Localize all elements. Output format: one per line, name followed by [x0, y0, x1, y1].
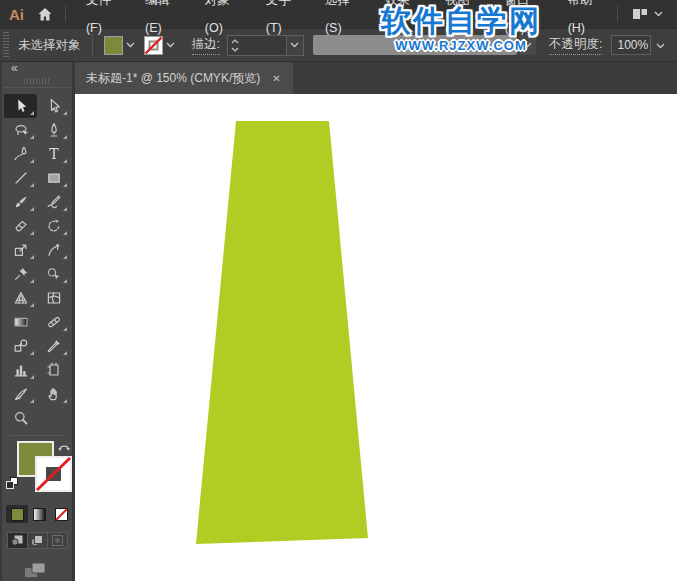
control-separator	[92, 34, 93, 56]
menu-separator	[617, 6, 618, 22]
stroke-none-swatch[interactable]	[144, 36, 163, 55]
type-tool[interactable]: T	[37, 142, 70, 166]
toolbar-collapse-button[interactable]: «	[2, 62, 72, 77]
menu-separator	[65, 6, 66, 22]
illustrator-window: Ai 文件(F) 编辑(E) 对象(O) 文字(T) 选择(S) 效果(C) 视…	[0, 0, 677, 581]
hand-tool[interactable]	[37, 382, 70, 406]
drawing-mode-buttons	[7, 532, 72, 549]
brush-dropdown-button[interactable]	[519, 35, 536, 55]
artboard-tool-icon	[46, 362, 62, 378]
artboard-tool[interactable]	[37, 358, 70, 382]
paintbrush-tool[interactable]	[4, 190, 37, 214]
slice-tool-icon	[13, 386, 29, 402]
stroke-dropdown-button[interactable]	[166, 42, 175, 48]
toolbar-grip[interactable]	[24, 78, 50, 84]
gradient-button[interactable]	[28, 505, 50, 523]
curvature-tool[interactable]	[4, 142, 37, 166]
zoom-tool-icon	[13, 410, 29, 426]
pen-tool-icon	[46, 122, 62, 138]
selection-status: 未选择对象	[18, 37, 81, 54]
fill-color-swatch[interactable]	[104, 36, 123, 55]
chevron-down-icon	[231, 47, 239, 52]
color-button[interactable]	[6, 505, 28, 523]
stroke-weight-dropdown[interactable]	[286, 36, 303, 55]
column-graph-tool[interactable]	[4, 358, 37, 382]
lasso-tool-icon	[13, 122, 29, 138]
lasso-tool[interactable]	[4, 118, 37, 142]
home-button[interactable]	[37, 7, 53, 22]
shaper-tool[interactable]	[37, 190, 70, 214]
gradient-tool-icon	[13, 314, 29, 330]
stroke-none-icon	[144, 36, 163, 55]
tab-close-icon[interactable]: ✕	[272, 73, 280, 84]
line-segment-tool[interactable]	[4, 166, 37, 190]
panel-grip[interactable]	[3, 32, 9, 58]
workspace-switcher[interactable]	[617, 6, 677, 22]
empty-tool-slot	[37, 406, 70, 430]
eraser-tool[interactable]	[4, 214, 37, 238]
chevron-down-icon	[523, 42, 532, 48]
chevron-down-icon	[654, 11, 663, 17]
brush-definition-dropdown[interactable]	[313, 35, 517, 55]
blend-tool-icon	[13, 338, 29, 354]
anchor-pin-tool-icon	[13, 266, 29, 282]
draw-behind-icon	[31, 535, 44, 546]
rectangle-tool[interactable]	[37, 166, 70, 190]
stepper-arrows[interactable]	[228, 36, 242, 55]
opacity-label[interactable]: 不透明度:	[549, 36, 602, 55]
workspace-grid-icon	[632, 7, 648, 21]
eyedropper-tool[interactable]	[37, 334, 70, 358]
curvature-tool-icon	[13, 146, 29, 162]
gradient-tool[interactable]	[4, 310, 37, 334]
puppet-warp-tool[interactable]	[37, 238, 70, 262]
chevron-down-icon	[166, 42, 175, 48]
document-tab-bar: 未标题-1* @ 150% (CMYK/预览) ✕	[75, 62, 677, 94]
perspective-grid-tool-icon	[13, 290, 29, 306]
none-button[interactable]	[50, 505, 72, 523]
line-segment-tool-icon	[13, 170, 29, 186]
free-transform-tool[interactable]	[4, 238, 37, 262]
fill-dropdown-button[interactable]	[126, 42, 135, 48]
paint-style-buttons	[6, 505, 72, 523]
direct-selection-tool[interactable]	[37, 94, 70, 118]
shape-builder-tool[interactable]	[37, 262, 70, 286]
swap-arrow-icon	[57, 441, 72, 454]
stroke-indicator[interactable]	[35, 456, 72, 492]
shaper-tool-icon	[46, 194, 62, 210]
default-fill-stroke-button[interactable]	[5, 476, 21, 496]
draw-normal-button[interactable]	[7, 532, 28, 549]
canvas-shape[interactable]	[196, 121, 368, 544]
opacity-dropdown-button[interactable]	[656, 38, 665, 52]
draw-inside-button[interactable]	[47, 532, 68, 549]
blob-brush-tool[interactable]	[37, 310, 70, 334]
mesh-tool[interactable]	[37, 286, 70, 310]
stroke-weight-input[interactable]	[242, 36, 286, 55]
blend-tool[interactable]	[4, 334, 37, 358]
shape-builder-tool-icon	[46, 266, 62, 282]
screen-mode-icon	[24, 562, 47, 579]
perspective-grid-tool[interactable]	[4, 286, 37, 310]
color-swatch	[11, 508, 24, 521]
app-logo[interactable]: Ai	[9, 6, 24, 23]
draw-behind-button[interactable]	[27, 532, 48, 549]
rotate-tool[interactable]	[37, 214, 70, 238]
home-icon	[37, 7, 53, 22]
anchor-pin-tool[interactable]	[4, 262, 37, 286]
selection-tool[interactable]	[4, 94, 37, 118]
document-tab[interactable]: 未标题-1* @ 150% (CMYK/预览) ✕	[75, 62, 293, 94]
blob-brush-tool-icon	[46, 314, 62, 330]
type-tool-icon: T	[46, 146, 62, 162]
direct-selection-tool-icon	[46, 98, 62, 114]
swap-fill-stroke-button[interactable]	[57, 440, 72, 458]
slice-tool[interactable]	[4, 382, 37, 406]
toolbar-divider	[10, 435, 64, 436]
canvas[interactable]	[75, 94, 677, 581]
screen-mode-button[interactable]	[24, 562, 72, 581]
zoom-tool[interactable]	[4, 406, 37, 430]
pen-tool[interactable]	[37, 118, 70, 142]
opacity-input[interactable]: 100%	[611, 35, 651, 55]
stroke-weight-stepper	[227, 35, 304, 56]
stroke-color-control	[144, 36, 175, 55]
stroke-weight-label[interactable]: 描边:	[192, 36, 220, 55]
mesh-tool-icon	[46, 290, 62, 306]
